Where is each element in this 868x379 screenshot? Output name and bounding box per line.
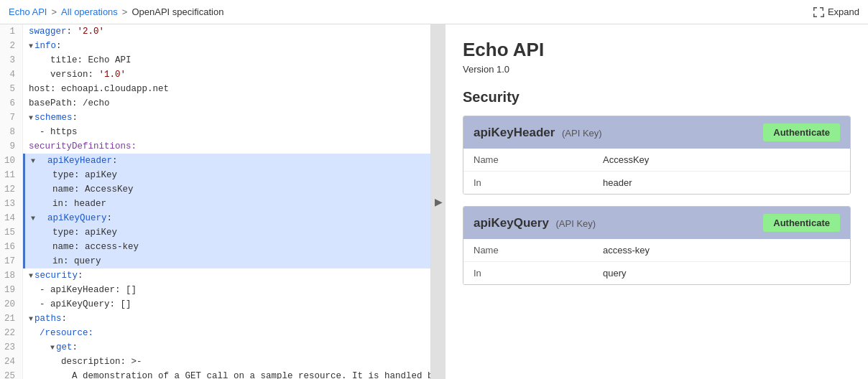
code-line: 14 ▼ apiKeyQuery:	[0, 211, 431, 225]
line-content: ▼ apiKeyHeader:	[23, 154, 431, 168]
line-content: description: >-	[23, 355, 431, 369]
line-number: 25	[0, 369, 23, 379]
code-line: 7 ▼schemes:	[0, 111, 431, 125]
line-content: ▼info:	[23, 39, 431, 53]
security-card-body-apikeyquery: Name access-key In query	[463, 239, 850, 284]
line-content: type: apiKey	[23, 168, 431, 182]
code-line: 25 A demonstration of a GET call on a sa…	[0, 369, 431, 379]
line-content: ▼ apiKeyQuery:	[23, 211, 431, 225]
security-card-title-apikeyquery: apiKeyQuery (API Key)	[474, 216, 596, 230]
line-number: 8	[0, 125, 23, 139]
line-number: 21	[0, 312, 23, 326]
divider-arrow-icon: ▶	[435, 196, 443, 207]
security-type-text: (API Key)	[556, 218, 596, 229]
security-section-title: Security	[463, 89, 851, 106]
line-number: 17	[0, 254, 23, 268]
security-row-in: In header	[463, 172, 850, 194]
code-line: 6 basePath: /echo	[0, 96, 431, 111]
breadcrumb-bar: Echo API > All operations > OpenAPI spec…	[0, 0, 868, 24]
security-name-value: AccessKey	[603, 154, 649, 165]
main-layout: 1 swagger: '2.0' 2 ▼info: 3 title: Echo …	[0, 24, 868, 379]
code-line: 9 securityDefinitions:	[0, 139, 431, 154]
line-content: ▼schemes:	[23, 111, 431, 125]
expand-label: Expand	[828, 6, 859, 17]
line-content: name: AccessKey	[23, 182, 431, 197]
authenticate-button-apikeyquery[interactable]: Authenticate	[763, 214, 840, 232]
breadcrumb-current: OpenAPI specification	[131, 6, 223, 17]
version-label: Version	[463, 64, 494, 75]
line-content: - apiKeyQuery: []	[23, 297, 431, 312]
line-content: swagger: '2.0'	[23, 24, 431, 39]
breadcrumb-link-echo-api[interactable]: Echo API	[9, 6, 47, 17]
line-content: in: header	[23, 197, 431, 211]
code-line: 12 name: AccessKey	[0, 182, 431, 197]
security-in-label: In	[474, 177, 603, 188]
line-number: 22	[0, 326, 23, 340]
line-number: 2	[0, 39, 23, 53]
code-panel[interactable]: 1 swagger: '2.0' 2 ▼info: 3 title: Echo …	[0, 24, 431, 379]
code-line: 19 - apiKeyHeader: []	[0, 283, 431, 297]
code-line: 2 ▼info:	[0, 39, 431, 53]
line-content: securityDefinitions:	[23, 139, 431, 154]
panel-divider[interactable]: ▶	[431, 24, 445, 379]
security-row-in: In query	[463, 262, 850, 284]
security-card-apikeyquery: apiKeyQuery (API Key) Authenticate Name …	[463, 206, 851, 285]
line-content: name: access-key	[23, 240, 431, 254]
code-line: 8 - https	[0, 125, 431, 139]
security-title-text: apiKeyHeader	[474, 126, 555, 139]
security-title-text: apiKeyQuery	[474, 216, 549, 230]
breadcrumb-sep-2: >	[122, 6, 128, 17]
right-panel: Echo API Version 1.0 Security apiKeyHead…	[445, 24, 868, 379]
code-line: 16 name: access-key	[0, 240, 431, 254]
line-number: 19	[0, 283, 23, 297]
security-in-value: query	[603, 268, 627, 279]
security-row-name: Name access-key	[463, 239, 850, 262]
line-number: 11	[0, 168, 23, 182]
line-number: 10	[0, 154, 23, 168]
breadcrumb-link-all-operations[interactable]: All operations	[61, 6, 118, 17]
security-name-label: Name	[474, 245, 603, 256]
line-number: 23	[0, 340, 23, 355]
security-card-header-apikeyquery: apiKeyQuery (API Key) Authenticate	[463, 207, 850, 239]
security-card-header-apikeyheader: apiKeyHeader (API Key) Authenticate	[463, 116, 850, 149]
code-line: 3 title: Echo API	[0, 53, 431, 67]
api-title: Echo API	[463, 39, 851, 61]
security-type-text: (API Key)	[562, 128, 602, 139]
line-content: ▼security:	[23, 268, 431, 283]
security-card-title-apikeyheader: apiKeyHeader (API Key)	[474, 126, 602, 140]
expand-button[interactable]: Expand	[813, 6, 859, 18]
breadcrumb-sep-1: >	[51, 6, 57, 17]
line-content: - apiKeyHeader: []	[23, 283, 431, 297]
line-number: 18	[0, 268, 23, 283]
api-version: Version 1.0	[463, 64, 851, 75]
code-line: 21 ▼paths:	[0, 312, 431, 326]
line-content: version: '1.0'	[23, 67, 431, 82]
line-number: 9	[0, 139, 23, 154]
code-line: 20 - apiKeyQuery: []	[0, 297, 431, 312]
line-number: 14	[0, 211, 23, 225]
authenticate-button-apikeyheader[interactable]: Authenticate	[763, 123, 840, 141]
line-content: ▼paths:	[23, 312, 431, 326]
code-line: 18 ▼security:	[0, 268, 431, 283]
line-content: in: query	[23, 254, 431, 268]
line-number: 1	[0, 24, 23, 39]
code-line: 13 in: header	[0, 197, 431, 211]
line-number: 16	[0, 240, 23, 254]
code-line: 5 host: echoapi.cloudapp.net	[0, 82, 431, 96]
line-number: 7	[0, 111, 23, 125]
line-number: 15	[0, 225, 23, 240]
line-content: title: Echo API	[23, 53, 431, 67]
breadcrumb: Echo API > All operations > OpenAPI spec…	[9, 6, 223, 17]
version-number: 1.0	[497, 64, 509, 75]
line-content: ▼get:	[23, 340, 431, 355]
line-number: 24	[0, 355, 23, 369]
code-line: 4 version: '1.0'	[0, 67, 431, 82]
line-content: A demonstration of a GET call on a sampl…	[23, 369, 431, 379]
line-number: 5	[0, 82, 23, 96]
security-row-name: Name AccessKey	[463, 149, 850, 172]
security-name-value: access-key	[603, 245, 650, 256]
code-line: 10 ▼ apiKeyHeader:	[0, 154, 431, 168]
security-in-value: header	[603, 177, 632, 188]
code-line: 23 ▼get:	[0, 340, 431, 355]
expand-icon	[813, 6, 824, 18]
